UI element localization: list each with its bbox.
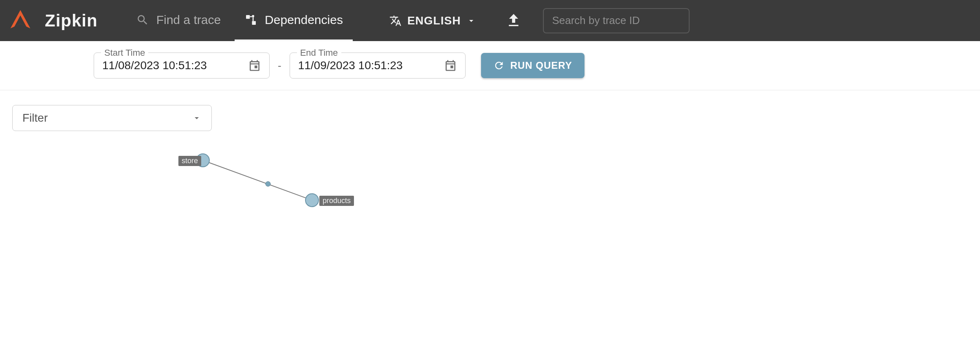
dependencies-icon [244,13,257,26]
svg-rect-4 [252,21,256,24]
logo-block: Zipkin [8,9,98,33]
end-time-input[interactable] [298,59,428,72]
edge-store-products [203,160,312,200]
search-icon [136,13,149,26]
nav-find-trace-label: Find a trace [156,13,221,27]
calendar-icon[interactable] [444,59,457,72]
translate-icon [389,15,402,27]
start-time-wrap: Start Time [94,52,270,79]
edge-midpoint-dot [266,181,270,186]
nav-dependencies-label: Dependencies [265,13,343,27]
app-title: Zipkin [45,11,98,31]
language-label: ENGLISH [407,14,461,27]
end-time-label: End Time [297,48,341,58]
node-label-store[interactable]: store [178,156,201,166]
svg-rect-2 [246,15,250,19]
end-time-wrap: End Time [290,52,466,79]
language-selector[interactable]: ENGLISH [389,14,476,27]
svg-rect-3 [252,15,254,17]
chevron-down-icon [192,113,202,123]
calendar-icon[interactable] [248,59,261,72]
start-time-label: Start Time [101,48,148,58]
upload-button[interactable] [505,12,523,30]
range-separator: - [278,59,281,72]
run-query-label: RUN QUERY [510,60,572,71]
search-trace-wrapper [543,8,690,33]
run-query-button[interactable]: RUN QUERY [481,53,584,78]
filter-placeholder: Filter [22,111,48,125]
chevron-down-icon [466,16,476,26]
zipkin-logo-icon [8,9,33,33]
node-label-products[interactable]: products [319,196,354,206]
refresh-icon [493,60,505,71]
graph-svg [0,131,407,294]
query-bar: Start Time - End Time RUN QUERY [0,41,980,90]
app-header: Zipkin Find a trace Dependencies ENGLISH [0,0,980,41]
nav-find-trace[interactable]: Find a trace [126,0,231,41]
dependency-graph[interactable]: store products [0,131,980,294]
search-trace-input[interactable] [552,14,681,27]
node-products[interactable] [305,194,319,207]
filter-row: Filter [0,90,980,131]
start-time-input[interactable] [102,59,233,72]
filter-select[interactable]: Filter [12,105,212,131]
nav-dependencies[interactable]: Dependencies [235,0,353,41]
upload-icon [505,13,522,29]
